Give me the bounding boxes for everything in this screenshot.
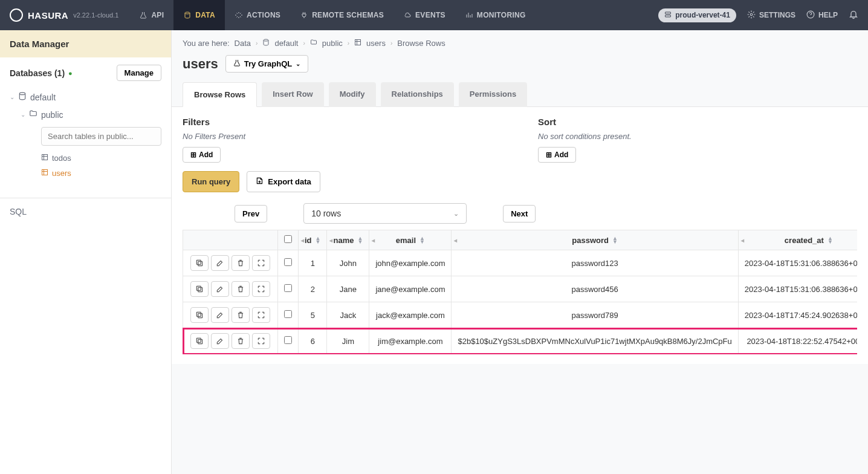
col-select-all <box>278 230 299 250</box>
clone-button[interactable] <box>190 307 209 323</box>
row-checkbox[interactable] <box>284 310 292 318</box>
plus-icon: ⊞ <box>190 151 196 159</box>
col-name[interactable]: ◂name▲▼ <box>327 230 369 250</box>
chart-icon <box>465 11 473 19</box>
add-sort-button[interactable]: ⊞ Add <box>538 147 576 163</box>
add-filter-button[interactable]: ⊞ Add <box>183 147 221 163</box>
manage-button[interactable]: Manage <box>117 65 161 81</box>
svg-point-0 <box>185 12 190 14</box>
sort-icon[interactable]: ▲▼ <box>419 236 425 244</box>
drag-icon[interactable]: ◂ <box>372 237 375 244</box>
sql-link[interactable]: SQL <box>0 198 171 225</box>
cell-created_at: 2023-04-18T18:22:52.47542+00:00 <box>738 328 857 354</box>
nav-settings[interactable]: SETTINGS <box>747 10 795 21</box>
trash-button[interactable] <box>232 333 250 349</box>
tab-relationships[interactable]: Relationships <box>381 82 454 107</box>
breadcrumb: You are here: Data › default › public › … <box>172 30 868 48</box>
trash-button[interactable] <box>232 307 250 323</box>
col-actions <box>183 230 278 250</box>
select-all-checkbox[interactable] <box>284 235 292 243</box>
sort-icon[interactable]: ▲▼ <box>612 236 618 244</box>
try-graphql-button[interactable]: Try GraphQL ⌄ <box>225 55 308 73</box>
nav-remote-schemas[interactable]: REMOTE SCHEMAS <box>290 0 394 30</box>
trash-button[interactable] <box>232 281 250 297</box>
sort-icon[interactable]: ▲▼ <box>316 236 321 244</box>
version-label: v2.22.1-cloud.1 <box>73 11 118 19</box>
sort-icon[interactable]: ▲▼ <box>828 236 833 244</box>
drag-icon[interactable]: ◂ <box>741 237 744 244</box>
col-password[interactable]: ◂password▲▼ <box>452 230 738 250</box>
cell-email: john@example.com <box>369 250 452 276</box>
sort-icon[interactable]: ▲▼ <box>357 236 363 244</box>
nav-events[interactable]: EVENTS <box>394 0 455 30</box>
drag-icon[interactable]: ◂ <box>454 237 457 244</box>
expand-button[interactable] <box>252 255 270 271</box>
bell-icon[interactable] <box>849 10 858 21</box>
search-tables-input[interactable] <box>41 127 161 146</box>
cell-id: 5 <box>299 302 327 328</box>
run-query-button[interactable]: Run query <box>183 171 239 192</box>
crumb-public[interactable]: public <box>322 39 343 48</box>
trash-button[interactable] <box>232 255 250 271</box>
svg-rect-2 <box>666 15 671 17</box>
sparkle-icon <box>235 11 243 19</box>
table-icon <box>354 39 361 48</box>
tab-browse-rows[interactable]: Browse Rows <box>183 82 257 107</box>
col-created-at[interactable]: ◂created_at▲▼ <box>738 230 857 250</box>
expand-button[interactable] <box>252 281 270 297</box>
flask-icon <box>233 59 241 68</box>
brand-logo[interactable]: HASURA <box>10 8 68 22</box>
col-id[interactable]: ◂id▲▼ <box>299 230 327 250</box>
nav-right: proud-vervet-41 SETTINGS HELP <box>658 8 858 22</box>
expand-button[interactable] <box>252 333 270 349</box>
svg-rect-9 <box>355 40 361 45</box>
tab-modify[interactable]: Modify <box>329 82 376 107</box>
project-badge[interactable]: proud-vervet-41 <box>658 8 736 22</box>
svg-rect-12 <box>198 288 202 292</box>
table-item-todos[interactable]: todos <box>41 151 161 166</box>
row-checkbox[interactable] <box>284 284 292 292</box>
tree-schema-public[interactable]: ⌄ public <box>21 106 161 123</box>
crumb-users[interactable]: users <box>366 39 386 48</box>
tree-database-default[interactable]: ⌄ default <box>10 88 161 106</box>
crumb-default[interactable]: default <box>274 39 298 48</box>
nav-data[interactable]: DATA <box>173 0 225 30</box>
cell-id: 1 <box>299 250 327 276</box>
expand-button[interactable] <box>252 307 270 323</box>
nav-items: API DATA ACTIONS REMOTE SCHEMAS EVENTS M… <box>129 0 535 30</box>
nav-help[interactable]: HELP <box>806 10 838 21</box>
row-checkbox[interactable] <box>284 258 292 266</box>
drag-icon[interactable]: ◂ <box>301 237 304 244</box>
nav-api[interactable]: API <box>129 0 173 30</box>
row-checkbox[interactable] <box>284 336 292 344</box>
flask-icon <box>139 11 147 19</box>
next-button[interactable]: Next <box>503 205 536 222</box>
export-data-button[interactable]: Export data <box>247 171 320 192</box>
clone-button[interactable] <box>190 333 209 349</box>
edit-button[interactable] <box>211 255 229 271</box>
edit-button[interactable] <box>211 307 229 323</box>
svg-rect-1 <box>666 12 671 14</box>
chevron-down-icon: ⌄ <box>10 94 15 100</box>
clone-button[interactable] <box>190 255 209 271</box>
table-item-users[interactable]: users <box>41 166 161 181</box>
rows-per-page-select[interactable]: 10 rows ⌄ <box>303 203 467 224</box>
cell-password: $2b$10$uZYgS3LsDBXPVmMNcXulVuP1ic71wjtMX… <box>452 328 738 354</box>
svg-point-5 <box>19 93 25 95</box>
tab-insert-row[interactable]: Insert Row <box>262 82 323 107</box>
prev-button[interactable]: Prev <box>235 205 267 222</box>
crumb-data[interactable]: Data <box>235 39 251 48</box>
svg-rect-16 <box>198 340 202 344</box>
edit-button[interactable] <box>211 281 229 297</box>
database-icon <box>18 92 27 102</box>
edit-button[interactable] <box>211 333 229 349</box>
table-icon <box>41 169 48 178</box>
col-email[interactable]: ◂email▲▼ <box>369 230 452 250</box>
nav-monitoring[interactable]: MONITORING <box>455 0 536 30</box>
tab-permissions[interactable]: Permissions <box>459 82 527 107</box>
cell-name: Jim <box>327 328 369 354</box>
table-row: 2Janejane@example.compassword4562023-04-… <box>183 276 858 302</box>
drag-icon[interactable]: ◂ <box>329 237 332 244</box>
nav-actions[interactable]: ACTIONS <box>225 0 290 30</box>
clone-button[interactable] <box>190 281 209 297</box>
